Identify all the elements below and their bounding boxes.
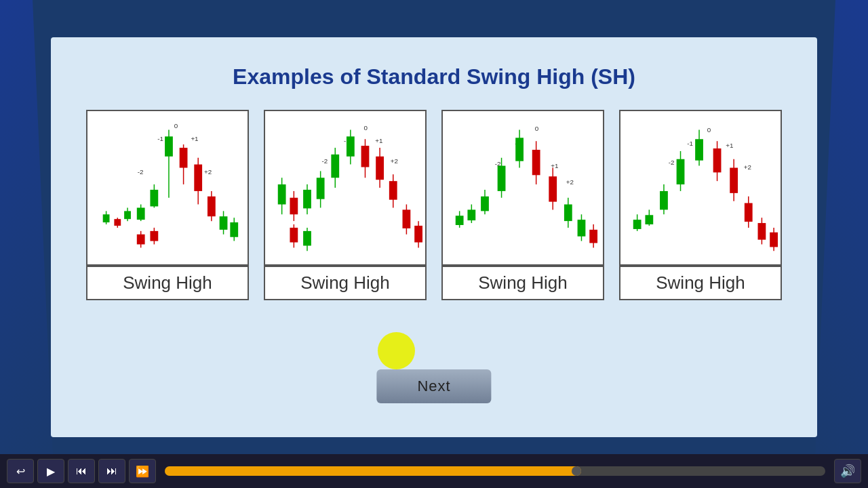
progress-thumb (572, 466, 581, 476)
svg-text:0: 0 (364, 124, 368, 131)
svg-rect-22 (208, 197, 216, 216)
chart-box-4: 0 -1 +1 -2 +2 (619, 110, 782, 266)
card-2: 0 -1 +1 -2 +2 (264, 110, 427, 300)
volume-button[interactable]: 🔊 (834, 459, 861, 483)
bg-left-decoration (0, 0, 54, 488)
svg-rect-111 (770, 232, 778, 247)
svg-rect-37 (278, 184, 286, 204)
svg-rect-41 (303, 190, 311, 209)
chart-box-1: 0 -1 +1 -2 +2 (86, 110, 249, 266)
toolbar-back-button[interactable]: ↩ (7, 459, 34, 483)
svg-rect-74 (498, 166, 506, 191)
cards-container: 0 -1 +1 -2 +2 (51, 103, 817, 307)
svg-rect-6 (103, 214, 110, 222)
svg-rect-101 (695, 139, 703, 160)
progress-bar-container[interactable] (165, 466, 825, 476)
next-button[interactable]: Next (376, 369, 491, 403)
cursor-indicator (378, 332, 415, 369)
svg-text:+2: +2 (391, 157, 398, 165)
svg-rect-105 (730, 168, 738, 193)
svg-rect-93 (633, 220, 642, 229)
slide-title: Examples of Standard Swing High (SH) (51, 37, 817, 103)
chart-box-2: 0 -1 +1 -2 +2 (264, 110, 427, 266)
card-3: 0 -1 +1 -2 +2 (441, 110, 604, 300)
svg-text:0: 0 (707, 126, 711, 134)
svg-rect-10 (124, 211, 131, 219)
svg-rect-14 (150, 190, 158, 207)
svg-text:+2: +2 (744, 163, 751, 171)
svg-text:+2: +2 (566, 178, 574, 186)
toolbar-prev-button[interactable]: ⏮ (68, 459, 95, 483)
svg-rect-8 (114, 219, 121, 226)
svg-rect-24 (220, 216, 228, 230)
chart-svg-2: 0 -1 +1 -2 +2 (265, 111, 425, 264)
card-label-1: Swing High (86, 266, 249, 300)
svg-rect-78 (532, 150, 540, 175)
svg-text:-1: -1 (157, 135, 163, 142)
svg-rect-86 (589, 230, 597, 243)
svg-rect-20 (194, 165, 202, 191)
slide-container: Examples of Standard Swing High (SH) 0 -… (51, 37, 817, 437)
svg-text:+1: +1 (191, 135, 198, 142)
svg-rect-26 (230, 222, 238, 237)
svg-text:+2: +2 (204, 168, 212, 176)
svg-text:+1: +1 (726, 142, 733, 149)
card-label-4: Swing High (619, 266, 782, 300)
progress-bar-fill (165, 466, 581, 476)
svg-text:-2: -2 (138, 168, 144, 176)
chart-svg-4: 0 -1 +1 -2 +2 (620, 111, 781, 264)
svg-rect-16 (165, 136, 173, 156)
svg-rect-57 (414, 226, 422, 243)
svg-rect-39 (290, 198, 298, 215)
svg-rect-53 (389, 181, 397, 200)
svg-rect-47 (347, 136, 355, 156)
svg-rect-95 (645, 215, 653, 224)
svg-text:-2: -2 (322, 157, 328, 165)
svg-rect-97 (660, 191, 668, 210)
svg-rect-49 (361, 146, 370, 167)
svg-rect-59 (290, 228, 298, 243)
toolbar-next-button[interactable]: ⏭ (98, 459, 125, 483)
svg-rect-12 (137, 207, 145, 220)
svg-text:0: 0 (535, 125, 539, 132)
toolbar-fast-forward-button[interactable]: ⏩ (129, 459, 156, 483)
svg-rect-103 (713, 148, 722, 172)
svg-rect-30 (150, 231, 158, 241)
svg-text:+1: +1 (551, 162, 558, 169)
svg-rect-99 (677, 159, 685, 184)
card-4: 0 -1 +1 -2 +2 (619, 110, 782, 300)
svg-text:+1: +1 (375, 137, 382, 144)
svg-text:0: 0 (174, 122, 178, 129)
svg-rect-84 (578, 220, 586, 237)
chart-svg-3: 0 -1 +1 -2 +2 (443, 111, 603, 264)
svg-rect-45 (331, 155, 339, 178)
svg-rect-76 (515, 138, 524, 161)
card-label-2: Swing High (264, 266, 427, 300)
toolbar-play-button[interactable]: ▶ (37, 459, 64, 483)
svg-rect-18 (180, 148, 188, 167)
svg-rect-70 (467, 209, 475, 220)
svg-rect-61 (303, 231, 311, 246)
svg-rect-107 (745, 203, 753, 222)
svg-rect-82 (564, 205, 572, 222)
card-1: 0 -1 +1 -2 +2 (86, 110, 249, 300)
svg-rect-72 (481, 197, 489, 211)
chart-svg-1: 0 -1 +1 -2 +2 (87, 111, 248, 264)
svg-rect-80 (549, 176, 557, 201)
svg-rect-55 (403, 209, 411, 228)
svg-rect-109 (758, 223, 766, 240)
svg-rect-28 (137, 235, 145, 245)
svg-rect-68 (456, 216, 464, 225)
svg-text:-1: -1 (687, 140, 693, 147)
toolbar: ↩ ▶ ⏮ ⏭ ⏩ 🔊 (0, 454, 868, 488)
card-label-3: Swing High (441, 266, 604, 300)
svg-rect-43 (317, 178, 325, 199)
svg-text:-2: -2 (669, 159, 675, 166)
chart-box-3: 0 -1 +1 -2 +2 (441, 110, 604, 266)
bg-right-decoration (814, 0, 868, 488)
svg-rect-51 (376, 157, 384, 180)
